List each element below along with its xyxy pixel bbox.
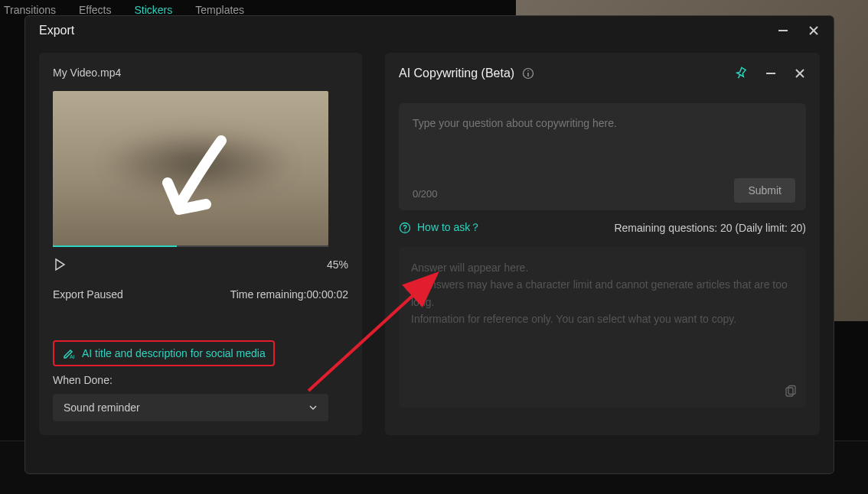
- when-done-dropdown[interactable]: Sound reminder: [53, 394, 328, 421]
- export-dialog: Export My Video.mp4 45% Export Paused: [24, 15, 834, 474]
- char-count: 0/200: [413, 188, 438, 200]
- video-overlay-arrow-icon: [156, 129, 240, 229]
- dropdown-value: Sound reminder: [64, 401, 140, 414]
- minimize-panel-icon[interactable]: [765, 67, 777, 80]
- svg-rect-13: [786, 388, 793, 396]
- ai-title-description-link[interactable]: AI AI title and description for social m…: [53, 340, 275, 366]
- play-icon[interactable]: [53, 258, 67, 271]
- chevron-down-icon: [308, 403, 318, 412]
- answer-placeholder-line: Information for reference only. You can …: [411, 310, 794, 327]
- export-left-panel: My Video.mp4 45% Export Paused Time rema…: [39, 53, 362, 435]
- svg-rect-14: [788, 386, 795, 395]
- video-preview: [53, 91, 328, 245]
- export-dialog-title: Export: [39, 24, 74, 37]
- close-icon[interactable]: [808, 24, 820, 37]
- export-titlebar: Export: [25, 16, 834, 45]
- answer-placeholder-line: Answer will appear here.: [411, 259, 794, 276]
- pin-icon[interactable]: [734, 67, 748, 80]
- ai-panel-title: AI Copywriting (Beta): [399, 67, 514, 80]
- remaining-questions: Remaining questions: 20 (Daily limit: 20…: [614, 222, 806, 234]
- tab-effects[interactable]: Effects: [79, 4, 112, 16]
- answer-placeholder-line: AI answers may have a character limit an…: [411, 276, 794, 310]
- close-panel-icon[interactable]: [794, 67, 806, 80]
- minimize-icon[interactable]: [777, 24, 789, 37]
- tab-templates[interactable]: Templates: [195, 4, 244, 16]
- ai-question-input[interactable]: Type your question about copywriting her…: [399, 103, 806, 210]
- tab-stickers[interactable]: Stickers: [135, 4, 173, 16]
- ai-input-placeholder: Type your question about copywriting her…: [413, 117, 792, 129]
- info-icon[interactable]: [522, 67, 534, 80]
- ai-answer-area: Answer will appear here. AI answers may …: [399, 247, 806, 408]
- svg-text:AI: AI: [70, 354, 75, 359]
- time-remaining: Time remaining:00:00:02: [230, 288, 348, 301]
- bg-sidebar: [0, 107, 21, 398]
- copy-icon[interactable]: [783, 385, 797, 398]
- export-status: Export Paused: [53, 288, 123, 301]
- question-circle-icon: [399, 222, 411, 234]
- export-filename: My Video.mp4: [53, 67, 348, 79]
- submit-button[interactable]: Submit: [734, 178, 795, 203]
- ai-copywriting-panel: AI Copywriting (Beta) Type your question…: [385, 53, 820, 435]
- when-done-label: When Done:: [53, 374, 348, 386]
- export-percent: 45%: [327, 258, 348, 271]
- top-tabs: Transitions Effects Stickers Templates: [4, 4, 244, 16]
- tab-transitions[interactable]: Transitions: [4, 4, 56, 16]
- pencil-ai-icon: AI: [62, 346, 76, 360]
- how-to-ask-link[interactable]: How to ask？: [399, 221, 481, 235]
- svg-point-12: [404, 230, 405, 231]
- svg-marker-3: [56, 259, 64, 270]
